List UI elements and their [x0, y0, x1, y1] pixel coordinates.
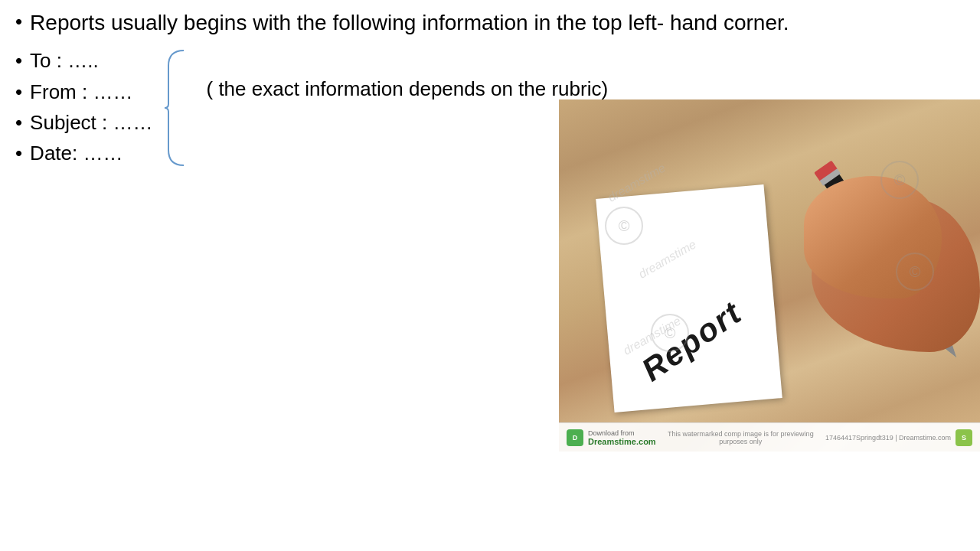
bracket-list: • To : ….. • From : …… • Subject : …… • … [15, 47, 153, 168]
bracket-svg [161, 47, 191, 169]
dreamstime-icon: D [567, 429, 583, 446]
bullet-1-text: Reports usually begins with the followin… [30, 8, 957, 37]
bullet-2-marker: • [15, 47, 22, 74]
dreamstime-logo: D Download from Dreamstime.com [567, 429, 656, 446]
bullet-item-2: • To : ….. [15, 47, 153, 74]
springfield-icon: S [956, 429, 972, 446]
bullet-2-text: To : ….. [30, 47, 152, 74]
report-image: Report dreamstime dreamstime dreamstime [559, 99, 980, 452]
left-items: • To : ….. • From : …… • Subject : …… • … [15, 47, 153, 171]
bullet-5-text: Date: …… [30, 139, 152, 167]
main-content: • Reports usually begins with the follow… [0, 0, 980, 551]
side-note: ( the exact information depends on the r… [207, 47, 609, 171]
bullet-3-marker: • [15, 78, 22, 106]
disclaimer-text: This watermarked comp image is for previ… [656, 430, 825, 445]
bullet-3-text: From : …… [30, 78, 152, 106]
bullet-1-marker: • [15, 8, 22, 35]
bracket-section: • To : ….. • From : …… • Subject : …… • … [15, 47, 608, 171]
bullet-item-4: • Subject : …… [15, 109, 153, 136]
image-id: 17464417 [825, 434, 856, 442]
bullet-item-1: • Reports usually begins with the follow… [15, 8, 957, 37]
bullet-4-marker: • [15, 109, 22, 136]
image-container: Report dreamstime dreamstime dreamstime [559, 99, 980, 452]
bullet-5-marker: • [15, 139, 22, 167]
dreamstime-text: Download from Dreamstime.com [588, 429, 656, 446]
bullet-item-5: • Date: …… [15, 139, 153, 167]
bullet-item-3: • From : …… [15, 78, 153, 106]
watermark-bar: D Download from Dreamstime.com This wate… [559, 422, 980, 452]
bullet-4-text: Subject : …… [30, 109, 152, 136]
springfield-logo: Springdt319 | Dreamstime.com S [856, 429, 972, 446]
